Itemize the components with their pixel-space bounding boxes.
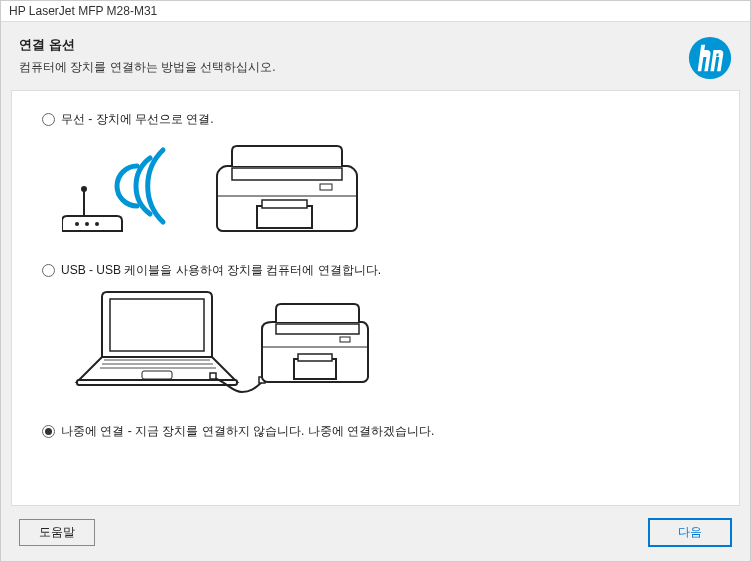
radio-later-icon[interactable]: [42, 425, 55, 438]
svg-point-4: [85, 222, 89, 226]
header-text: 연결 옵션 컴퓨터에 장치를 연결하는 방법을 선택하십시오.: [19, 36, 276, 76]
svg-point-2: [81, 186, 87, 192]
svg-rect-17: [210, 373, 216, 379]
svg-rect-19: [276, 324, 359, 334]
page-header: 연결 옵션 컴퓨터에 장치를 연결하는 방법을 선택하십시오.: [1, 22, 750, 90]
svg-rect-16: [77, 380, 237, 385]
svg-rect-6: [232, 168, 342, 180]
wireless-illustration: [62, 136, 709, 250]
page-title: 연결 옵션: [19, 36, 276, 54]
next-button[interactable]: 다음: [648, 518, 732, 547]
svg-rect-23: [340, 337, 350, 342]
radio-wireless-icon[interactable]: [42, 113, 55, 126]
svg-point-5: [95, 222, 99, 226]
option-later: 나중에 연결 - 지금 장치를 연결하지 않습니다. 나중에 연결하겠습니다.: [42, 423, 709, 440]
option-later-label: 나중에 연결 - 지금 장치를 연결하지 않습니다. 나중에 연결하겠습니다.: [61, 423, 434, 440]
option-usb-label: USB - USB 케이블을 사용하여 장치를 컴퓨터에 연결합니다.: [61, 262, 381, 279]
radio-usb-icon[interactable]: [42, 264, 55, 277]
hp-logo-icon: [688, 36, 732, 80]
page-subtitle: 컴퓨터에 장치를 연결하는 방법을 선택하십시오.: [19, 59, 276, 76]
window-title: HP LaserJet MFP M28-M31: [9, 4, 157, 18]
help-button[interactable]: 도움말: [19, 519, 95, 546]
footer: 도움말 다음: [1, 506, 750, 561]
usb-illustration: [62, 287, 709, 411]
svg-point-3: [75, 222, 79, 226]
svg-rect-21: [294, 359, 336, 379]
content-panel: 무선 - 장치에 무선으로 연결.: [11, 90, 740, 506]
svg-rect-15: [142, 371, 172, 379]
svg-rect-11: [110, 299, 204, 351]
svg-rect-7: [257, 206, 312, 228]
svg-point-0: [689, 37, 731, 79]
option-usb-row[interactable]: USB - USB 케이블을 사용하여 장치를 컴퓨터에 연결합니다.: [42, 262, 709, 279]
option-later-row[interactable]: 나중에 연결 - 지금 장치를 연결하지 않습니다. 나중에 연결하겠습니다.: [42, 423, 709, 440]
installer-window: HP LaserJet MFP M28-M31 연결 옵션 컴퓨터에 장치를 연…: [0, 0, 751, 562]
svg-rect-8: [262, 200, 307, 208]
option-wireless-row[interactable]: 무선 - 장치에 무선으로 연결.: [42, 111, 709, 128]
option-wireless: 무선 - 장치에 무선으로 연결.: [42, 111, 709, 250]
option-wireless-label: 무선 - 장치에 무선으로 연결.: [61, 111, 214, 128]
window-titlebar: HP LaserJet MFP M28-M31: [1, 1, 750, 22]
svg-rect-10: [320, 184, 332, 190]
svg-rect-22: [298, 354, 332, 361]
option-usb: USB - USB 케이블을 사용하여 장치를 컴퓨터에 연결합니다.: [42, 262, 709, 411]
